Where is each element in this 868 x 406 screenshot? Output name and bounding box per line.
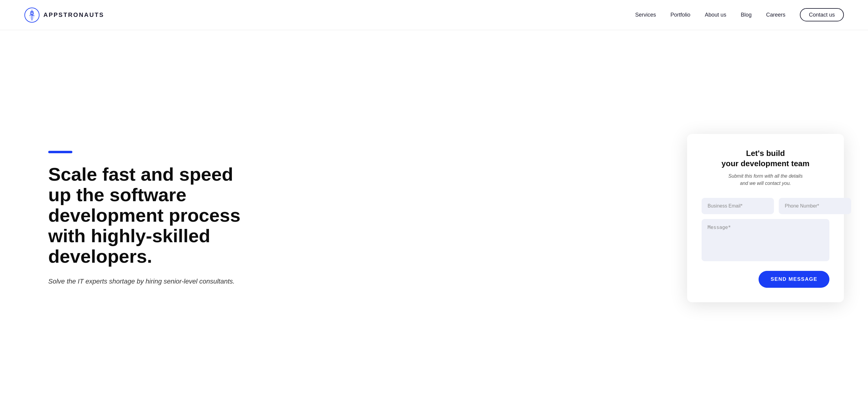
form-row-top: [702, 198, 829, 214]
nav-link-careers[interactable]: Careers: [766, 12, 785, 18]
hero-left: Scale fast and speed up the software dev…: [48, 151, 253, 286]
send-message-button[interactable]: SEND MESSAGE: [758, 271, 829, 288]
nav-links: Services Portfolio About us Blog Careers…: [635, 12, 844, 18]
nav-item-services[interactable]: Services: [635, 12, 656, 18]
form-subtitle: Submit this form with all the details an…: [702, 173, 829, 187]
form-submit-row: SEND MESSAGE: [702, 271, 829, 288]
message-field[interactable]: [702, 219, 829, 261]
contact-form-card: Let's build your development team Submit…: [687, 134, 844, 302]
phone-field[interactable]: [779, 198, 851, 214]
nav-item-blog[interactable]: Blog: [741, 12, 752, 18]
nav-item-contact[interactable]: Contact us: [800, 12, 844, 18]
logo-icon: [24, 7, 40, 23]
nav-link-about[interactable]: About us: [705, 12, 726, 18]
nav-link-blog[interactable]: Blog: [741, 12, 752, 18]
main-nav: APPSTRONAUTS Services Portfolio About us…: [0, 0, 868, 30]
form-title: Let's build your development team: [702, 148, 829, 169]
nav-item-careers[interactable]: Careers: [766, 12, 785, 18]
hero-subtext: Solve the IT experts shortage by hiring …: [48, 278, 253, 285]
logo[interactable]: APPSTRONAUTS: [24, 7, 104, 23]
nav-item-about[interactable]: About us: [705, 12, 726, 18]
logo-text: APPSTRONAUTS: [43, 11, 104, 19]
nav-link-services[interactable]: Services: [635, 12, 656, 18]
nav-contact-button[interactable]: Contact us: [800, 8, 844, 22]
nav-link-portfolio[interactable]: Portfolio: [671, 12, 690, 18]
accent-bar: [48, 151, 72, 153]
hero-section: Scale fast and speed up the software dev…: [0, 30, 868, 406]
email-field[interactable]: [702, 198, 774, 214]
hero-right: Let's build your development team Submit…: [687, 134, 844, 302]
nav-item-portfolio[interactable]: Portfolio: [671, 12, 690, 18]
hero-heading: Scale fast and speed up the software dev…: [48, 164, 253, 267]
